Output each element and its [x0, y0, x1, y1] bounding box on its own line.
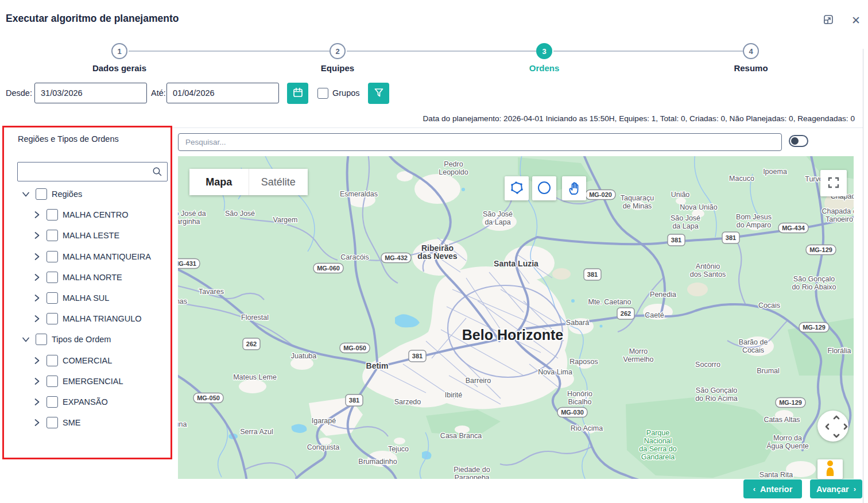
- tree-item-malha-norte[interactable]: MALHA NORTE: [4, 267, 170, 288]
- map-place-label: São Gonçalodo Rio Abaixo: [792, 275, 836, 291]
- tree-item-tipos-de-ordem[interactable]: Tipos de Ordem: [4, 329, 170, 350]
- calendar-icon: [292, 87, 304, 100]
- filter-button[interactable]: [368, 83, 389, 104]
- from-date-input[interactable]: [34, 83, 147, 103]
- step-2-circle[interactable]: 2: [330, 43, 346, 59]
- map-route-badge: MG-050: [193, 393, 223, 403]
- map-type-control: Mapa Satélite: [189, 169, 308, 195]
- groups-checkbox[interactable]: [317, 88, 328, 99]
- checkbox-regioes[interactable]: [36, 188, 47, 200]
- previous-button[interactable]: ‹ Anterior: [743, 479, 802, 498]
- map-place-label: Piedade doParaopeba: [454, 466, 490, 479]
- checkbox-malha-norte[interactable]: [46, 272, 58, 283]
- scrollbar[interactable]: [863, 49, 863, 503]
- map-place-label: Belo Horizonte: [462, 327, 563, 343]
- tree-search-box: [17, 162, 168, 181]
- step-4-circle[interactable]: 4: [743, 43, 759, 59]
- checkbox-comercial[interactable]: [46, 355, 58, 366]
- hand-icon: [565, 179, 583, 198]
- fullscreen-button[interactable]: [820, 170, 847, 196]
- close-button[interactable]: ✕: [848, 13, 863, 28]
- to-date-input[interactable]: [166, 83, 279, 103]
- map-place-label: Sarzedo: [394, 398, 421, 406]
- svg-text:381: 381: [349, 397, 359, 404]
- map-place-label: Ipoema: [763, 168, 787, 176]
- tree-item-expansao[interactable]: EXPANSÃO: [4, 392, 170, 412]
- tree-search-input[interactable]: [21, 164, 150, 180]
- checkbox-emergencial[interactable]: [46, 376, 58, 387]
- chevron-right-icon[interactable]: [32, 293, 41, 303]
- tree-item-emergencial[interactable]: EMERGENCIAL: [4, 371, 170, 392]
- map-place-label: Mte. Caetano: [588, 298, 631, 306]
- next-button-label: Avançar: [816, 485, 849, 494]
- pan-hand-button[interactable]: [562, 176, 586, 200]
- tree-item-malha-centro[interactable]: MALHA CENTRO: [4, 204, 170, 225]
- map-toggle-switch[interactable]: [789, 135, 808, 147]
- chevron-right-icon[interactable]: [32, 418, 41, 427]
- map-canvas[interactable]: MG-020MG-434381381MG-129MG-431MG-060MG-4…: [178, 156, 854, 479]
- checkbox-malha-mantiqueira[interactable]: [46, 251, 58, 262]
- chevron-right-icon[interactable]: [32, 397, 41, 407]
- chevron-right-icon[interactable]: [32, 210, 41, 219]
- map-place-label: São José: [225, 210, 255, 218]
- chevron-right-icon[interactable]: [32, 231, 41, 240]
- draw-circle-button[interactable]: [532, 176, 556, 200]
- map-place-label: Penedia: [650, 291, 676, 299]
- tree-item-malha-mantiqueira[interactable]: MALHA MANTIQUEIRA: [4, 246, 170, 267]
- next-button[interactable]: Avançar ›: [810, 479, 862, 498]
- tree-item-label: COMERCIAL: [63, 356, 112, 365]
- checkbox-malha-centro[interactable]: [46, 209, 58, 220]
- regions-panel: Regiões e Tipos de Ordens RegiõesMALHA C…: [2, 126, 172, 459]
- tree-item-label: MALHA LESTE: [63, 231, 119, 240]
- tree-item-malha-leste[interactable]: MALHA LESTE: [4, 225, 170, 246]
- map-place-label: Betim: [366, 361, 389, 370]
- chevron-right-icon[interactable]: [32, 314, 41, 323]
- chevron-down-icon[interactable]: [21, 189, 30, 199]
- tree-item-malha-triangulo[interactable]: MALHA TRIANGULO: [4, 308, 170, 329]
- map-place-label: Rio Acima: [571, 424, 603, 432]
- step-1-circle[interactable]: 1: [111, 43, 127, 59]
- map-place-label: Vargem: [273, 216, 298, 224]
- checkbox-malha-sul[interactable]: [46, 292, 58, 304]
- svg-text:MG-129: MG-129: [809, 246, 832, 253]
- map-route-badge: 262: [617, 308, 634, 319]
- map-route-badge: 381: [668, 234, 685, 246]
- tree-item-regioes[interactable]: Regiões: [4, 184, 170, 204]
- map-place-label: Brumal: [757, 367, 780, 375]
- svg-text:MG-020: MG-020: [589, 191, 612, 198]
- chevron-right-icon[interactable]: [32, 377, 41, 386]
- checkbox-tipos-de-ordem[interactable]: [36, 334, 47, 345]
- chevron-right-icon[interactable]: [32, 356, 41, 365]
- chevron-down-icon[interactable]: [21, 335, 30, 344]
- expand-window-button[interactable]: [821, 13, 836, 28]
- chevron-right-icon[interactable]: [32, 273, 41, 282]
- map-place-label: Sabará: [566, 319, 589, 327]
- tree-item-sme[interactable]: SME: [4, 412, 170, 433]
- filter-icon: [373, 87, 385, 100]
- map-route-badge: 381: [346, 394, 363, 406]
- map-pan-control[interactable]: [817, 411, 848, 442]
- checkbox-malha-leste[interactable]: [46, 230, 58, 241]
- svg-text:381: 381: [587, 271, 598, 278]
- map-type-map-button[interactable]: Mapa: [189, 169, 249, 195]
- checkbox-malha-triangulo[interactable]: [46, 313, 58, 324]
- checkbox-sme[interactable]: [46, 417, 58, 428]
- calendar-button[interactable]: [287, 83, 308, 104]
- checkbox-expansao[interactable]: [46, 396, 58, 408]
- chevron-right-icon[interactable]: [32, 252, 41, 261]
- planning-dialog: Executar algoritmo de planejamento ✕ 1 2…: [0, 0, 868, 503]
- map-type-satellite-button[interactable]: Satélite: [249, 169, 308, 195]
- map-route-badge: MG-129: [776, 398, 805, 408]
- tree-item-label: MALHA SUL: [63, 293, 109, 303]
- map-search-input[interactable]: [178, 133, 782, 151]
- tree-item-malha-sul[interactable]: MALHA SUL: [4, 288, 170, 308]
- pegman-icon: [824, 459, 836, 478]
- draw-polygon-button[interactable]: [505, 176, 529, 200]
- tree-item-comercial[interactable]: COMERCIAL: [4, 350, 170, 371]
- map-place-label: Esmeraldas: [340, 190, 378, 198]
- map-place-label: Igarapé: [312, 417, 336, 425]
- map-route-badge: MG-050: [340, 343, 370, 353]
- circle-icon: [536, 179, 553, 198]
- pegman-button[interactable]: [817, 459, 843, 479]
- step-3-circle[interactable]: 3: [536, 43, 552, 59]
